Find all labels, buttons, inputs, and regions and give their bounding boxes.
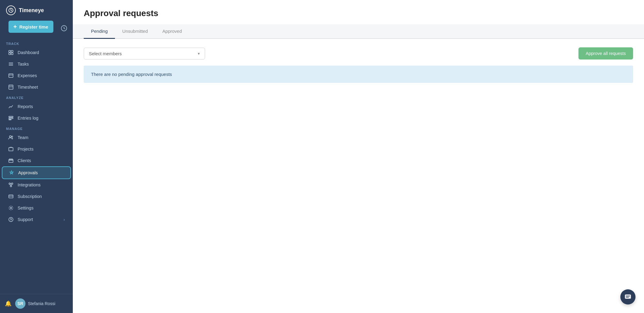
app-name: Timeneye [19, 7, 44, 14]
sidebar-item-dashboard[interactable]: Dashboard [2, 47, 71, 58]
svg-line-29 [11, 184, 12, 185]
svg-rect-4 [9, 53, 11, 55]
sidebar-item-subscription[interactable]: Subscription [2, 191, 71, 202]
sidebar-item-integrations[interactable]: Integrations [2, 179, 71, 191]
page-header: Approval requests [73, 0, 644, 24]
tab-unsubmitted[interactable]: Unsubmitted [115, 24, 155, 39]
analyze-section-label: ANALYZE [0, 93, 73, 101]
expenses-icon [8, 73, 14, 79]
manage-section-label: MANAGE [0, 124, 73, 132]
sidebar: Timeneye + Register time TRACK Dashboard [0, 0, 73, 313]
sidebar-item-approvals[interactable]: Approvals [2, 166, 71, 179]
team-icon [8, 134, 14, 141]
svg-rect-9 [9, 74, 13, 77]
settings-icon [8, 205, 14, 211]
user-name: Stefania Rossi [28, 301, 55, 306]
sidebar-item-clients[interactable]: Clients [2, 155, 71, 166]
sidebar-item-team[interactable]: Team [2, 132, 71, 143]
clients-icon [8, 158, 14, 164]
svg-point-26 [10, 185, 12, 187]
sidebar-item-entries-log[interactable]: Entries log [2, 112, 71, 124]
track-section-label: TRACK [0, 39, 73, 47]
sidebar-item-support[interactable]: Support › [2, 214, 71, 225]
sidebar-item-settings[interactable]: Settings [2, 202, 71, 214]
svg-point-34 [11, 220, 11, 221]
main-content: Approval requests Pending Unsubmitted Ap… [73, 0, 644, 313]
empty-message: There are no pending approval requests [91, 72, 172, 77]
dropdown-arrow-icon: ▾ [198, 51, 200, 56]
svg-rect-20 [9, 148, 13, 151]
filter-row: Select members ▾ Approve all requests [84, 47, 633, 60]
select-members-label: Select members [89, 51, 122, 56]
sidebar-item-tasks[interactable]: Tasks [2, 58, 71, 70]
sidebar-item-reports[interactable]: Reports [2, 101, 71, 112]
avatar: SR [15, 298, 25, 309]
svg-rect-16 [9, 118, 13, 119]
svg-rect-15 [9, 116, 13, 117]
sidebar-item-projects[interactable]: Projects [2, 143, 71, 155]
sidebar-item-expenses[interactable]: Expenses [2, 70, 71, 81]
subscription-icon [8, 193, 14, 199]
approve-all-button[interactable]: Approve all requests [578, 47, 633, 60]
content-body: Select members ▾ Approve all requests Th… [73, 39, 644, 313]
svg-point-24 [9, 183, 11, 185]
timer-icon-button[interactable] [59, 25, 69, 32]
svg-point-33 [9, 217, 13, 222]
svg-line-28 [10, 184, 11, 185]
bell-icon[interactable]: 🔔 [5, 300, 12, 307]
support-icon [8, 216, 14, 223]
timesheet-icon [8, 84, 14, 90]
projects-icon [8, 146, 14, 152]
svg-rect-11 [9, 85, 13, 89]
empty-notice: There are no pending approval requests [84, 66, 633, 83]
svg-point-19 [12, 136, 13, 137]
svg-rect-2 [9, 50, 11, 52]
reports-icon [8, 104, 14, 110]
support-arrow-icon: › [63, 217, 65, 222]
svg-point-32 [10, 207, 12, 209]
svg-rect-5 [11, 53, 13, 55]
dashboard-icon [8, 49, 14, 56]
svg-point-18 [9, 136, 11, 138]
register-time-button[interactable]: + Register time [8, 21, 53, 33]
svg-rect-30 [9, 195, 13, 198]
svg-rect-17 [9, 119, 11, 120]
integrations-icon [8, 182, 14, 188]
logo-area: Timeneye [0, 0, 73, 21]
page-title: Approval requests [84, 9, 633, 18]
plus-icon: + [13, 24, 17, 30]
approvals-icon [8, 170, 15, 176]
tabs-bar: Pending Unsubmitted Approved [73, 24, 644, 39]
tab-pending[interactable]: Pending [84, 24, 115, 39]
tab-approved[interactable]: Approved [155, 24, 189, 39]
logo-icon [6, 5, 16, 15]
sidebar-item-timesheet[interactable]: Timesheet [2, 81, 71, 93]
entries-log-icon [8, 115, 14, 121]
register-time-row: + Register time [0, 21, 73, 39]
tasks-icon [8, 61, 14, 67]
select-members-dropdown[interactable]: Select members ▾ [84, 48, 205, 60]
svg-rect-35 [625, 294, 631, 299]
chat-fab-button[interactable] [620, 289, 636, 304]
svg-rect-3 [11, 50, 13, 52]
svg-point-25 [12, 183, 13, 185]
